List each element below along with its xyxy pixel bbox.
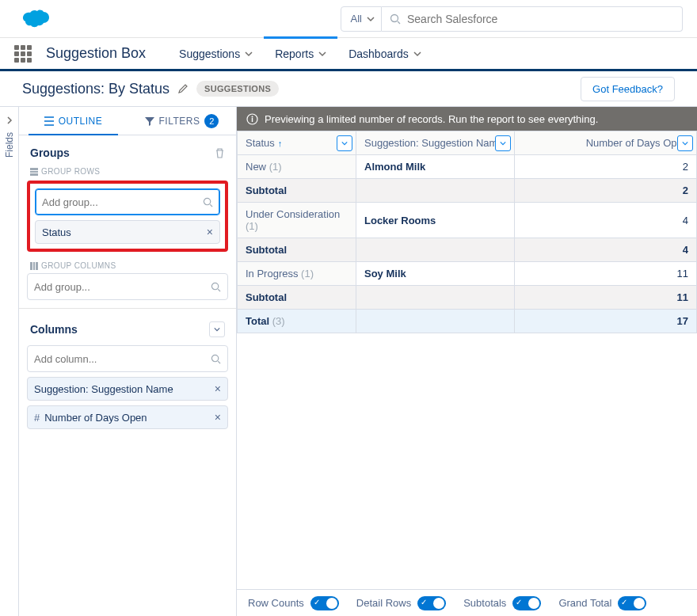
svg-point-9 [211, 355, 218, 361]
edit-icon[interactable] [177, 83, 189, 94]
toggle-detail-rows[interactable]: Detail Rows✓ [356, 596, 446, 610]
outline-icon [44, 116, 54, 126]
tab-outline[interactable]: OUTLINE [19, 107, 128, 135]
svg-rect-12 [252, 118, 253, 122]
number-type-icon: # [34, 412, 40, 424]
tab-filters[interactable]: FILTERS 2 [128, 107, 236, 135]
sort-asc-icon: ↑ [278, 139, 283, 148]
remove-icon[interactable]: × [207, 226, 213, 238]
rows-icon [30, 168, 38, 176]
table-row: Under Consideration (1)Locker Rooms4 [238, 203, 697, 238]
info-icon [246, 113, 258, 125]
column-menu-button[interactable] [495, 135, 511, 151]
salesforce-logo [14, 6, 52, 32]
app-name: Suggestion Box [46, 45, 146, 62]
search-icon [211, 282, 221, 292]
svg-rect-7 [36, 262, 38, 270]
filter-icon [145, 116, 154, 126]
group-rows-highlight: Status × [27, 181, 228, 252]
feedback-button[interactable]: Got Feedback? [581, 77, 675, 101]
table-row: Total (3)17 [238, 310, 697, 333]
column-field-suggestion-name[interactable]: Suggestion: Suggestion Name × [27, 377, 228, 401]
preview-banner: Previewing a limited number of records. … [237, 107, 697, 131]
chevron-down-icon [413, 50, 421, 58]
nav-reports[interactable]: Reports [264, 37, 337, 70]
svg-point-8 [211, 283, 218, 289]
remove-icon[interactable]: × [215, 382, 221, 395]
table-row: Subtotal2 [238, 179, 697, 203]
search-input[interactable] [407, 13, 674, 25]
table-row: Subtotal11 [238, 286, 697, 310]
toggle-subtotals[interactable]: Subtotals✓ [463, 596, 541, 610]
fields-rail[interactable]: Fields [0, 107, 19, 616]
col-header-days-open[interactable]: Number of Days Open [515, 131, 697, 155]
group-field-status[interactable]: Status × [35, 220, 220, 244]
columns-menu-button[interactable] [209, 321, 225, 337]
svg-point-11 [252, 116, 253, 117]
toggle-row-counts[interactable]: Row Counts✓ [248, 596, 339, 610]
filter-count-badge: 2 [204, 114, 219, 128]
svg-rect-2 [30, 171, 38, 173]
global-search[interactable] [382, 6, 683, 32]
add-group-cols-input[interactable] [27, 273, 228, 300]
svg-point-0 [391, 14, 398, 21]
nav-suggestions[interactable]: Suggestions [168, 37, 264, 70]
group-rows-label: GROUP ROWS [27, 164, 228, 179]
search-icon [390, 13, 401, 25]
trash-icon[interactable] [215, 148, 225, 158]
svg-rect-6 [33, 262, 35, 270]
svg-rect-3 [30, 173, 38, 176]
search-scope-button[interactable]: All [341, 6, 382, 32]
report-type-chip: SUGGESTIONS [196, 81, 279, 97]
svg-point-4 [204, 198, 210, 204]
toggle-grand-total[interactable]: Grand Total✓ [558, 596, 646, 610]
svg-rect-1 [30, 168, 38, 170]
table-row: New (1)Almond Milk2 [238, 155, 697, 179]
col-header-status[interactable]: Status↑ [238, 131, 356, 155]
chevron-down-icon [367, 15, 375, 23]
column-menu-button[interactable] [337, 135, 352, 151]
chevron-down-icon [245, 50, 253, 58]
page-title: Suggestions: By Status [22, 81, 169, 97]
fields-rail-label: Fields [4, 132, 15, 158]
remove-icon[interactable]: × [215, 411, 221, 424]
add-group-rows-input[interactable] [35, 188, 220, 215]
table-row: Subtotal4 [238, 238, 697, 262]
chevron-right-icon [6, 116, 13, 124]
report-table: Status↑ Suggestion: Suggestion Name Numb… [237, 131, 697, 333]
column-menu-button[interactable] [677, 135, 693, 151]
app-launcher-icon[interactable] [14, 45, 32, 63]
columns-heading: Columns [30, 323, 78, 336]
column-field-days-open[interactable]: # Number of Days Open × [27, 405, 228, 429]
svg-rect-5 [30, 262, 32, 270]
search-icon [203, 197, 213, 207]
search-scope-label: All [351, 13, 362, 25]
group-cols-label: GROUP COLUMNS [27, 258, 228, 273]
chevron-down-icon [318, 50, 326, 58]
groups-heading: Groups [30, 146, 70, 159]
table-row: In Progress (1)Soy Milk11 [238, 262, 697, 286]
search-icon [211, 354, 221, 364]
nav-dashboards[interactable]: Dashboards [337, 37, 432, 70]
col-header-suggestion-name[interactable]: Suggestion: Suggestion Name [356, 131, 515, 155]
add-column-input[interactable] [27, 345, 228, 372]
columns-icon [30, 262, 38, 270]
